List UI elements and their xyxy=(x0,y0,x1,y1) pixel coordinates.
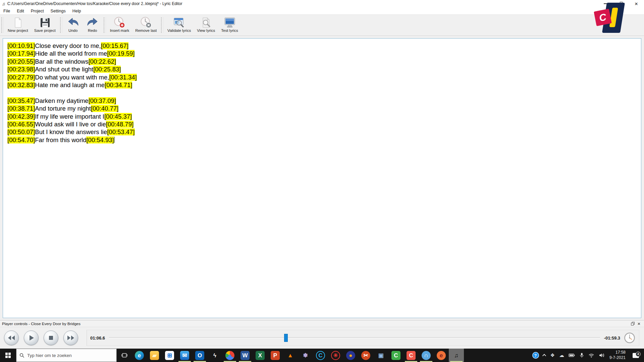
notification-count-badge: 4 xyxy=(636,352,641,357)
app-glyph: C xyxy=(316,351,325,360)
app-glyph: C xyxy=(391,351,400,360)
volume-icon[interactable] xyxy=(599,353,605,358)
wifi-icon[interactable] xyxy=(588,353,594,358)
rewind-button[interactable] xyxy=(4,330,19,345)
start-timestamp: [00:35.47] xyxy=(7,97,35,104)
toolbar-grip xyxy=(104,17,106,33)
bridge-app-icon[interactable]: ∩ xyxy=(419,349,434,362)
Help[interactable]: Help xyxy=(69,8,85,14)
ms-store-icon[interactable]: ⊞ xyxy=(162,349,177,362)
lyric-line xyxy=(7,89,641,97)
tray-time: 17:58 xyxy=(609,350,626,355)
view-lyrics-button[interactable]: View lyrics xyxy=(194,16,218,33)
windows-logo-icon xyxy=(5,353,11,358)
dropbox-icon[interactable]: ❖ xyxy=(550,352,555,358)
toolbar-grip xyxy=(161,17,163,33)
clock-plus-icon xyxy=(113,16,125,28)
end-timestamp: [00:31.34] xyxy=(109,74,137,81)
app-glyph: X xyxy=(256,351,265,360)
mail-icon[interactable]: ✉ xyxy=(177,349,192,362)
stop-button[interactable] xyxy=(44,330,58,345)
rewind-icon xyxy=(7,334,16,342)
outlook-icon[interactable]: O xyxy=(192,349,207,362)
copyright-app-icon[interactable]: C xyxy=(313,349,328,362)
toolbar-grip xyxy=(60,17,62,33)
taskbar-search[interactable] xyxy=(16,349,117,362)
lyric-line: [00:54.70]Far from this world[00:54.93] xyxy=(7,136,641,144)
monitor-icon xyxy=(224,16,236,28)
video-cutter-icon[interactable]: ✂ xyxy=(358,349,373,362)
close-button[interactable]: × xyxy=(629,0,644,7)
lyric-line: [00:20.55]Bar all the windows[00:22.62] xyxy=(7,58,641,66)
red-dial-app-icon[interactable]: ✳ xyxy=(328,349,343,362)
app-glyph: ▣ xyxy=(376,351,385,360)
insert-mark-button[interactable]: Insert mark xyxy=(107,16,132,33)
lyric-line: [00:35.47]Darken my daytime[00:37.09] xyxy=(7,97,641,105)
Settings[interactable]: Settings xyxy=(47,8,69,14)
word-icon[interactable]: W xyxy=(237,349,253,362)
validate-lyrics-button[interactable]: Validate lyrics xyxy=(164,16,194,33)
show-hidden-icons-chevron[interactable] xyxy=(543,354,546,357)
screen-recorder-icon[interactable]: ϟ xyxy=(207,349,222,362)
float-panel-icon xyxy=(631,322,635,326)
task-view-button[interactable] xyxy=(117,349,132,362)
app-music-note-icon: ♫ xyxy=(2,1,5,6)
lyric-line: [00:17.94]Hide all the world from me[00:… xyxy=(7,50,641,58)
player-controls-panel: Player controls - Close Every Door by Br… xyxy=(0,320,644,349)
lyrics-editor[interactable]: [00:10.91]Close every door to me,[00:15.… xyxy=(3,38,641,318)
action-center-button[interactable]: 4 xyxy=(630,353,641,358)
end-timestamp: [00:48.79] xyxy=(106,121,133,128)
graphics-app-icon[interactable]: ✽ xyxy=(298,349,313,362)
search-icon xyxy=(19,353,24,358)
Project[interactable]: Project xyxy=(28,8,47,14)
close-panel-button[interactable]: × xyxy=(636,321,642,326)
player-slider-handle[interactable] xyxy=(284,334,288,342)
seek-slider[interactable] xyxy=(109,334,600,342)
browser-orange-icon[interactable]: e xyxy=(434,349,449,362)
start-timestamp: [00:23.98] xyxy=(7,66,35,73)
vlc-icon[interactable]: ▲ xyxy=(283,349,298,362)
tray-clock[interactable]: 17:58 9-7-2021 xyxy=(609,350,626,360)
microphone-icon[interactable] xyxy=(580,353,584,358)
lyric-text: And shut out the light xyxy=(35,66,93,73)
redo-button[interactable]: Redo xyxy=(83,16,102,33)
close-icon: × xyxy=(635,1,638,7)
navy-app-icon[interactable]: ● xyxy=(343,349,358,362)
onedrive-icon[interactable]: ☁ xyxy=(559,352,564,358)
undo-button[interactable]: Undo xyxy=(63,16,83,33)
battery-icon[interactable] xyxy=(569,353,575,357)
app-glyph: e xyxy=(437,351,446,360)
chrome-icon[interactable]: ● xyxy=(222,349,237,362)
new-project-button[interactable]: New project xyxy=(5,16,31,33)
lyric-line: [00:42.39]If my life were important I[00… xyxy=(7,113,641,121)
app-glyph: ▰ xyxy=(150,351,159,360)
excel-icon[interactable]: X xyxy=(253,349,268,362)
lyric-line: [00:50.07]But I know the answers lie[00:… xyxy=(7,128,641,136)
edge-icon[interactable]: e xyxy=(132,349,147,362)
camtasia-icon[interactable]: C xyxy=(388,349,404,362)
start-button[interactable] xyxy=(0,349,16,362)
search-input[interactable] xyxy=(27,353,104,358)
remove-last-button[interactable]: Remove last xyxy=(132,16,160,33)
start-timestamp: [00:10.91] xyxy=(7,42,35,49)
converter-app-icon[interactable]: ▣ xyxy=(373,349,388,362)
start-timestamp: [00:32.83] xyxy=(7,81,35,88)
camtasia-red-icon[interactable]: C xyxy=(404,349,419,362)
float-panel-button[interactable] xyxy=(630,322,636,326)
lyric-text: Hide all the world from me xyxy=(35,50,107,57)
app-glyph: W xyxy=(240,351,250,360)
file-explorer-icon[interactable]: ▰ xyxy=(147,349,162,362)
powerpoint-icon[interactable]: P xyxy=(268,349,283,362)
test-lyrics-button[interactable]: Test lyrics xyxy=(218,16,241,33)
File[interactable]: File xyxy=(0,8,13,14)
lyric-editor-icon[interactable]: ♫ xyxy=(449,349,464,362)
app-glyph: ✉ xyxy=(180,351,189,360)
Edit[interactable]: Edit xyxy=(13,8,28,14)
play-button[interactable] xyxy=(24,330,39,345)
player-controls: 01:06.6 -01:59.3 xyxy=(0,327,644,349)
fast-forward-button[interactable] xyxy=(63,330,78,345)
lyric-text: Darken my daytime xyxy=(35,97,88,104)
help-tray-icon[interactable]: ? xyxy=(532,352,539,359)
save-project-button[interactable]: Save project xyxy=(31,16,59,33)
app-glyph: C xyxy=(407,351,416,360)
